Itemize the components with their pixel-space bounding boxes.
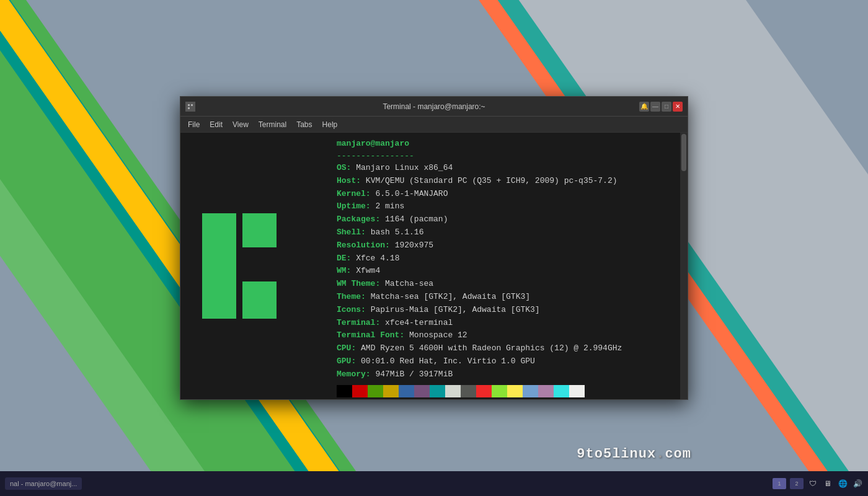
term-font-val: Monospace 12 [409,330,467,340]
color-swatch [507,385,523,397]
scrollbar[interactable] [680,133,688,399]
terminal-line: Terminal: xfce4-terminal [337,317,673,330]
color-swatch [461,385,476,397]
wm-line: WM: Xfwm4 [337,265,673,278]
color-swatch [445,385,461,397]
menu-file[interactable]: File [183,119,205,130]
svg-rect-5 [242,247,277,281]
os-key: OS: [337,163,351,172]
username-display: manjaro@manjaro [337,138,673,150]
watermark-text1: 9to5linux [577,446,656,462]
terminal-val: xfce4-terminal [385,318,453,327]
kernel-key: Kernel: [337,189,371,198]
shell-val: bash 5.1.16 [371,228,424,237]
menu-bar: File Edit View Terminal Tabs Help [180,117,688,133]
uptime-line: Uptime: 2 mins [337,200,673,213]
packages-val: 1164 (pacman) [385,215,448,224]
color-swatches [337,385,673,397]
icons-line: Icons: Papirus-Maia [GTK2], Adwaita [GTK… [337,304,673,317]
gpu-key: GPU: [337,356,356,366]
terminal-content: manjaro@manjaro ---------------- OS: Man… [180,133,688,399]
de-key: DE: [337,254,351,263]
manjaro-logo-svg [196,207,314,325]
close-button[interactable]: ✕ [673,102,683,112]
term-font-line: Terminal Font: Monospace 12 [337,329,673,342]
svg-rect-1 [191,104,193,106]
separator: ---------------- [337,150,673,162]
network-icon[interactable]: 🌐 [837,478,848,489]
wm-val: Xfwm4 [356,266,380,275]
icons-key: Icons: [337,305,366,314]
memory-val: 947MiB / 3917MiB [375,370,453,379]
wm-theme-key: WM Theme: [337,279,380,288]
svg-rect-0 [188,104,190,106]
host-val: KVM/QEMU (Standard PC (Q35 + ICH9, 2009)… [366,176,618,185]
cpu-val: AMD Ryzen 5 4600H with Radeon Graphics (… [361,343,622,353]
uptime-key: Uptime: [337,202,371,211]
color-swatch [492,385,507,397]
watermark-text2: com [665,446,691,462]
wm-theme-val: Matcha-sea [385,279,433,288]
color-swatch [523,385,538,397]
shield-icon[interactable]: 🛡 [807,478,818,489]
gpu-val: 00:01.0 Red Hat, Inc. Virtio 1.0 GPU [361,356,535,366]
workspace-2-button[interactable]: 2 [790,478,804,489]
color-swatch [476,385,492,397]
menu-tabs[interactable]: Tabs [291,119,317,130]
svg-rect-3 [202,213,236,319]
workspace-1-button[interactable]: 1 [773,478,786,489]
color-swatch [554,385,569,397]
cpu-line: CPU: AMD Ryzen 5 4600H with Radeon Graph… [337,342,673,355]
taskbar-left: nal - manjaro@manj... [5,477,82,490]
de-val: Xfce 4.18 [356,254,399,263]
svg-rect-7 [236,213,242,247]
taskbar: nal - manjaro@manj... 1 2 🛡 🖥 🌐 🔊 [0,471,868,496]
taskbar-right: 1 2 🛡 🖥 🌐 🔊 [773,478,863,489]
menu-edit[interactable]: Edit [205,119,228,130]
bell-button[interactable]: 🔔 [639,102,649,112]
shell-key: Shell: [337,228,366,237]
menu-terminal[interactable]: Terminal [254,119,291,130]
terminal-output[interactable]: manjaro@manjaro ---------------- OS: Man… [329,133,680,399]
icons-val: Papirus-Maia [GTK2], Adwaita [GTK3] [371,305,540,314]
watermark: 9to5linux.com [577,446,691,462]
kernel-line: Kernel: 6.5.0-1-MANJARO [337,188,673,201]
menu-help[interactable]: Help [317,119,343,130]
kernel-val: 6.5.0-1-MANJARO [375,189,448,198]
color-swatch [368,385,383,397]
volume-icon[interactable]: 🔊 [852,478,863,489]
de-line: DE: Xfce 4.18 [337,252,673,265]
term-font-key: Terminal Font: [337,330,404,340]
color-swatch [538,385,554,397]
scrollbar-thumb[interactable] [681,134,686,171]
wm-key: WM: [337,266,351,275]
svg-rect-6 [283,213,308,319]
watermark-dot: . [656,446,665,462]
window-controls: 🔔 — □ ✕ [639,102,683,112]
resolution-key: Resolution: [337,241,390,250]
minimize-button[interactable]: — [650,102,660,112]
title-bar: Terminal - manjaro@manjaro:~ 🔔 — □ ✕ [180,97,688,117]
terminal-window: Terminal - manjaro@manjaro:~ 🔔 — □ ✕ Fil… [180,96,688,400]
svg-rect-2 [188,107,190,109]
cpu-key: CPU: [337,343,356,353]
gpu-line: GPU: 00:01.0 Red Hat, Inc. Virtio 1.0 GP… [337,355,673,368]
color-swatch [337,385,352,397]
color-swatch [399,385,414,397]
maximize-button[interactable]: □ [662,102,671,112]
display-icon[interactable]: 🖥 [822,478,833,489]
color-swatch [414,385,430,397]
terminal-key: Terminal: [337,318,380,327]
packages-line: Packages: 1164 (pacman) [337,213,673,226]
menu-view[interactable]: View [228,119,254,130]
shell-line: Shell: bash 5.1.16 [337,226,673,239]
terminal-app-icon [185,102,195,112]
window-title: Terminal - manjaro@manjaro:~ [383,102,485,111]
os-val-text: Manjaro Linux x86_64 [356,163,453,172]
theme-line: Theme: Matcha-sea [GTK2], Adwaita [GTK3] [337,291,673,304]
wm-theme-line: WM Theme: Matcha-sea [337,278,673,291]
color-swatch [430,385,445,397]
color-swatch [383,385,399,397]
neofetch-logo [180,133,329,399]
taskbar-terminal-item[interactable]: nal - manjaro@manj... [5,477,82,490]
